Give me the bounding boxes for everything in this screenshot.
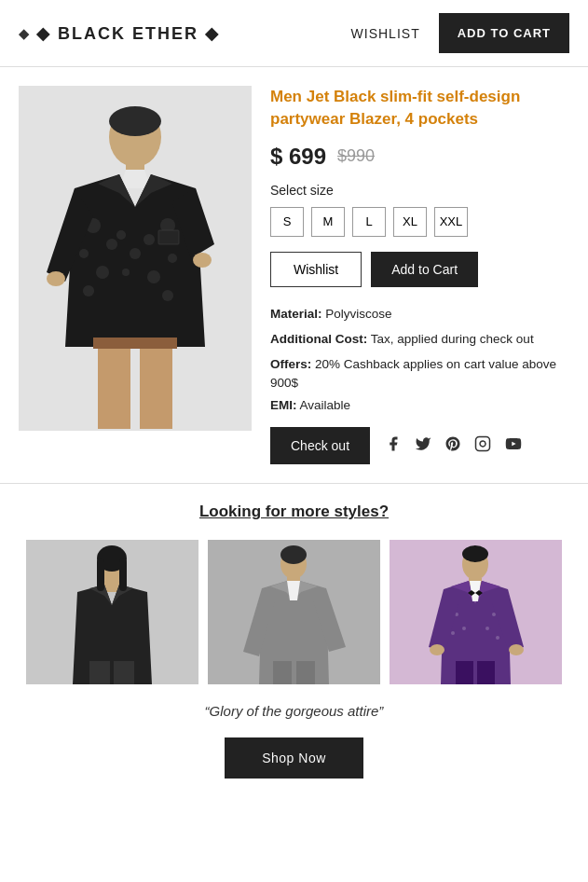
svg-point-24	[47, 271, 65, 286]
offers-info: Offers: 20% Cashback applies on cart val…	[270, 355, 569, 393]
instagram-icon[interactable]	[474, 435, 491, 457]
svg-point-14	[144, 234, 155, 245]
size-options: S M L XL XXL	[270, 207, 569, 237]
svg-point-18	[116, 230, 126, 240]
header: ◆ ◆ BLACK ETHER ◆ WISHLIST ADD TO CART	[0, 0, 588, 67]
product-details: Men Jet Black slim-fit self-design party…	[270, 86, 569, 464]
more-styles-section: Looking for more styles?	[0, 503, 588, 806]
select-size-label: Select size	[270, 183, 569, 198]
svg-point-2	[109, 106, 161, 136]
svg-rect-27	[140, 345, 172, 429]
emi-info: EMI: Available	[270, 398, 569, 412]
svg-point-73	[430, 644, 444, 655]
additional-cost-value: Tax, applied during check out	[371, 332, 534, 346]
size-xxl[interactable]: XXL	[434, 207, 468, 237]
additional-cost-info: Additional Cost: Tax, applied during che…	[270, 329, 569, 350]
svg-point-70	[496, 636, 499, 640]
emi-value: Available	[300, 398, 351, 412]
svg-point-74	[509, 644, 524, 655]
more-styles-title: Looking for more styles?	[19, 503, 569, 521]
offers-label: Offers:	[270, 357, 311, 371]
svg-rect-75	[456, 661, 473, 684]
material-value: Polyviscose	[325, 307, 391, 321]
checkout-button[interactable]: Check out	[270, 427, 370, 464]
style-image-1	[26, 540, 198, 684]
style-image-2	[208, 540, 380, 684]
material-info: Material: Polyviscose	[270, 304, 569, 324]
checkout-social-row: Check out	[270, 427, 569, 464]
svg-point-10	[79, 249, 89, 258]
svg-rect-54	[296, 661, 315, 684]
price-original: $990	[337, 146, 375, 166]
svg-point-66	[462, 627, 466, 630]
svg-rect-40	[119, 558, 127, 591]
emi-label: EMI:	[270, 398, 297, 412]
svg-rect-28	[93, 338, 177, 349]
size-l[interactable]: L	[352, 207, 386, 237]
wishlist-button[interactable]: Wishlist	[270, 252, 362, 287]
twitter-icon[interactable]	[415, 435, 431, 457]
svg-rect-34	[104, 581, 119, 592]
youtube-icon[interactable]	[504, 435, 523, 457]
material-label: Material:	[270, 307, 322, 321]
header-actions: WISHLIST ADD TO CART	[351, 13, 569, 53]
price-row: $ 699 $990	[270, 144, 569, 170]
svg-point-45	[280, 545, 307, 564]
social-icons	[385, 435, 523, 457]
svg-rect-39	[97, 558, 104, 591]
add-to-cart-button[interactable]: Add to Cart	[371, 252, 478, 287]
price-current: $ 699	[270, 144, 326, 170]
header-add-to-cart-button[interactable]: ADD TO CART	[439, 13, 569, 53]
svg-point-67	[451, 631, 455, 635]
svg-point-68	[492, 613, 496, 616]
svg-rect-41	[89, 661, 110, 684]
product-image	[19, 86, 252, 431]
svg-rect-53	[273, 661, 292, 684]
svg-point-19	[130, 248, 141, 259]
section-divider	[0, 483, 588, 484]
svg-rect-42	[114, 661, 134, 684]
size-xl[interactable]: XL	[393, 207, 427, 237]
size-s[interactable]: S	[270, 207, 304, 237]
offers-value: 20% Cashback applies on cart value above…	[270, 357, 556, 390]
style-image-3	[390, 540, 562, 684]
product-section: Men Jet Black slim-fit self-design party…	[0, 67, 588, 483]
svg-rect-21	[158, 230, 179, 244]
svg-point-16	[147, 270, 160, 283]
style-card-1[interactable]	[26, 540, 198, 684]
svg-point-12	[83, 285, 94, 296]
svg-point-15	[168, 254, 177, 263]
tagline: “Glory of the gorgeous attire”	[19, 703, 569, 719]
style-card-3[interactable]	[390, 540, 562, 684]
product-title: Men Jet Black slim-fit self-design party…	[270, 86, 569, 131]
svg-point-20	[122, 269, 130, 276]
additional-cost-label: Additional Cost:	[270, 332, 367, 346]
logo-diamond-left: ◆	[19, 26, 31, 41]
svg-rect-76	[477, 661, 495, 684]
svg-point-9	[106, 239, 117, 250]
svg-point-57	[462, 545, 488, 562]
svg-point-17	[162, 290, 173, 301]
shop-now-button[interactable]: Shop Now	[225, 737, 363, 779]
svg-point-25	[193, 253, 212, 268]
logo-text: ◆ BLACK ETHER ◆	[36, 23, 220, 44]
size-m[interactable]: M	[311, 207, 345, 237]
svg-rect-29	[476, 436, 490, 450]
pinterest-icon[interactable]	[444, 435, 461, 457]
facebook-icon[interactable]	[385, 435, 402, 457]
svg-point-69	[485, 627, 489, 630]
svg-point-11	[96, 266, 109, 279]
style-card-2[interactable]	[208, 540, 380, 684]
svg-rect-26	[98, 345, 130, 429]
wishlist-link[interactable]: WISHLIST	[351, 26, 420, 41]
logo: ◆ ◆ BLACK ETHER ◆	[19, 23, 220, 44]
action-buttons: Wishlist Add to Cart	[270, 252, 569, 287]
product-image-container	[19, 86, 252, 431]
style-gallery	[19, 540, 569, 684]
